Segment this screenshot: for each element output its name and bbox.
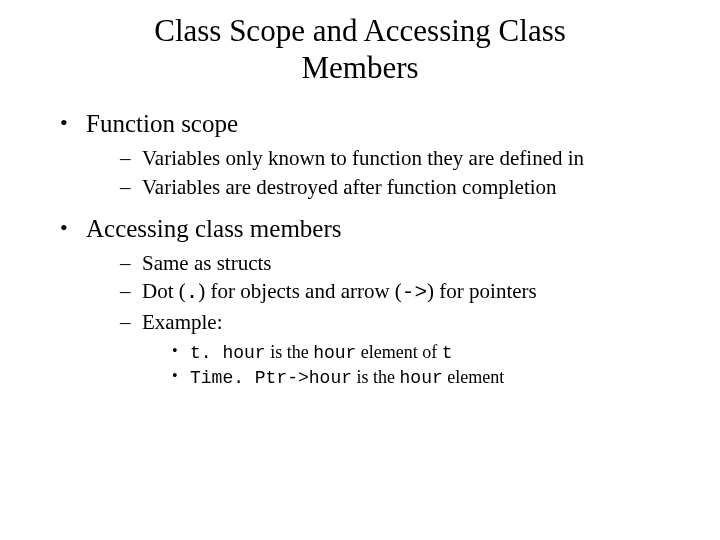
list-item: Time. Ptr->hour is the hour element xyxy=(172,365,680,390)
bullet-text: is the xyxy=(266,342,314,362)
bullet-text: element xyxy=(443,367,504,387)
bullet-text: Example: xyxy=(142,310,222,334)
bullet-text: Variables are destroyed after function c… xyxy=(142,175,557,199)
bullet-text: Function scope xyxy=(86,110,238,137)
list-item: Function scope Variables only known to f… xyxy=(60,110,680,201)
bullet-text: Variables only known to function they ar… xyxy=(142,146,584,170)
bullet-text: Dot ( xyxy=(142,279,186,303)
bullet-text: Accessing class members xyxy=(86,215,341,242)
code-text: hour xyxy=(313,343,356,363)
list-item: Variables only known to function they ar… xyxy=(120,144,680,172)
list-item: Variables are destroyed after function c… xyxy=(120,173,680,201)
list-item: t. hour is the hour element of t xyxy=(172,340,680,365)
bullet-list-level2: Variables only known to function they ar… xyxy=(86,144,680,201)
bullet-list-level3: t. hour is the hour element of t Time. P… xyxy=(142,340,680,391)
bullet-text: Same as structs xyxy=(142,251,271,275)
bullet-list-level2: Same as structs Dot (.) for objects and … xyxy=(86,249,680,391)
list-item: Dot (.) for objects and arrow (->) for p… xyxy=(120,277,680,307)
code-text: t. hour xyxy=(190,343,266,363)
list-item: Example: t. hour is the hour element of … xyxy=(120,308,680,391)
list-item: Accessing class members Same as structs … xyxy=(60,215,680,391)
bullet-text: ) for objects and arrow ( xyxy=(198,279,402,303)
code-text: hour xyxy=(400,368,443,388)
bullet-list-level1: Function scope Variables only known to f… xyxy=(40,110,680,390)
code-text: -> xyxy=(402,281,427,304)
bullet-text: ) for pointers xyxy=(427,279,537,303)
bullet-text: element of xyxy=(356,342,441,362)
code-text: t xyxy=(442,343,453,363)
bullet-text: is the xyxy=(352,367,400,387)
list-item: Same as structs xyxy=(120,249,680,277)
slide-title: Class Scope and Accessing Class Members xyxy=(40,12,680,86)
code-text: Time. Ptr->hour xyxy=(190,368,352,388)
code-text: . xyxy=(186,281,199,304)
